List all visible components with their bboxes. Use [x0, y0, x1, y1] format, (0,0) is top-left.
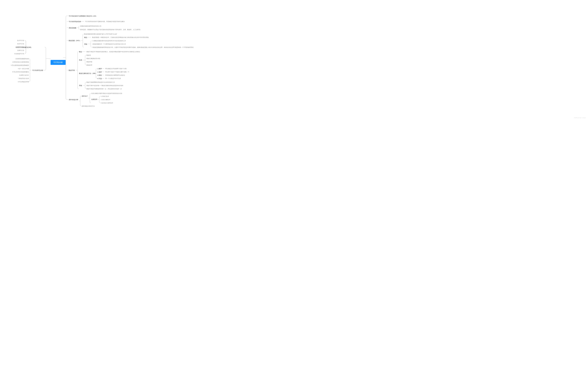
r6-method: 成本/效益分析的方法	[81, 105, 95, 107]
r5-use-label: 用途	[79, 84, 83, 87]
r4-use-1: 2.数据流图的另一个主要用途是作为分析和设计的工具	[92, 43, 126, 45]
left-2-child-0: 1.复查系统规模和目标	[15, 58, 29, 60]
r5-comp-2: 数据存储	[86, 61, 93, 63]
left-2-child-3: 4.进一步定义问题	[17, 68, 29, 70]
left-2-child-1: 2.研究目前正在使用的系统	[12, 61, 29, 63]
r4-use-2: 3.数据流图辅助物理系统的设计时，以图中不同处理的定时要求为指南，能够在数据流图…	[92, 46, 194, 49]
r3-child-0: 是概括地描绘物理系统的传统工具	[80, 25, 102, 27]
r3-label: 系统流程图	[68, 27, 77, 29]
r5-method-label: 数据元素组成方法（3种）	[79, 72, 97, 75]
left-1-child-2: 操作可行性	[17, 46, 25, 48]
r5-comp-3: 数据处理	[86, 64, 93, 66]
left-2-child-6: 7.草拟开发计划书	[17, 77, 29, 80]
root-node: 可行性分析	[51, 60, 66, 65]
r6-est-tech-label: 估算技术	[91, 98, 98, 101]
left-1-child-1: 经济可行性	[17, 43, 25, 45]
r6-label: 成本/效益分析	[68, 98, 79, 101]
left-2-child-5: 6.推荐行动方针	[19, 74, 29, 77]
left-1-child-4: 社会效益可行性	[14, 52, 25, 55]
r5-label: 数据字典	[68, 69, 75, 72]
r5-use-1: 数据字典中包含的每一个数据元素的控制信息是很有价值的	[86, 84, 124, 87]
r2-child: 可行性研究的目的不是解决问题，而是确定问题是否值得去解决	[85, 20, 125, 23]
r4-label: 数据流图（DFD）	[68, 39, 82, 42]
left-1-child-0: 技术可行性	[17, 39, 25, 42]
left-2-label: 可行性研究过程	[32, 69, 43, 72]
left-2-child-4: 5.导出和评价供选择的解法	[12, 71, 29, 73]
r4-use-0: 1.画数据流图的基本目的是利用它作为交流信息的工具	[92, 40, 126, 42]
left-2-child-7: 8.写文档提交审查	[17, 81, 29, 83]
r6-tech-1: 2.任务分解技术	[100, 99, 111, 101]
r5-method-v-0: 即以确定次序连接两个或多个分量	[105, 68, 127, 70]
r5-use-0: 数据字典最重要的用途是作为分析阶段的工具	[86, 81, 115, 84]
r5-method-k-2: 3.重复	[97, 74, 102, 77]
r5-method-k-3: 4.可选	[97, 77, 102, 80]
r5-method-v-2: 即把指定的分量重复零次或多次	[105, 74, 126, 77]
r2-label: 可行性研究的目的	[68, 20, 81, 23]
watermark: CSDN @ 天真~与无邪	[574, 117, 586, 119]
r5-method-v-3: 即一个分量是可有可无得	[105, 77, 121, 80]
r5-method-k-1: 2.选择	[97, 71, 102, 73]
r4-t1: 数据流图的基本要点是描述“做什么”而不考虑“怎么做”	[84, 33, 118, 35]
r5-comp-label: 组成	[79, 59, 83, 61]
r3-child-1: 基本思想：用图像符号以黑盒子形式描绘组成系统的每个部件(程序、文档、数据库、人工…	[80, 29, 141, 31]
r5-method-k-0: 1.顺序	[97, 68, 102, 70]
r5-method-v-1: 即从两个或多个可能的元素中选取一个	[105, 71, 130, 73]
r6-tech-2: 3.自动估计成本技术	[100, 102, 114, 104]
r5-concept-child: 数据字典是关于数据的信息的集合，也就是对数据流图中包含的所有元素的定义的集合	[86, 50, 141, 53]
left-1-child-3: 法律可行性	[17, 49, 25, 52]
r6-est-label: 成本估计	[81, 95, 88, 97]
r6-tech-0: 1.代码行技术	[100, 95, 109, 98]
r4-concept-child: 数据流图是一种图形化技术，它描绘信息流和数据从输入移动到输出的过程中所经受的变换…	[92, 36, 150, 39]
r5-comp-0: 数据流	[86, 54, 91, 57]
r5-use-2: 数据字典是开发数据库的第一步，而且是很有价值的一步	[86, 88, 122, 90]
r6-est-t1: 任务分解技术最常用的办法是按开发阶段划分任务	[91, 92, 123, 95]
r5-concept-label: 概念	[79, 50, 83, 53]
r5-comp-1: 数据元素(数据流分量)	[86, 57, 101, 60]
r4-concept-label: 概念	[84, 36, 88, 39]
r4-use-label: 用途	[84, 43, 88, 45]
left-2-child-2: 3.导出新系统的高层逻辑模型	[10, 64, 29, 67]
r1: 可行性的成本只是预期的工程总5%~10%	[68, 15, 97, 17]
